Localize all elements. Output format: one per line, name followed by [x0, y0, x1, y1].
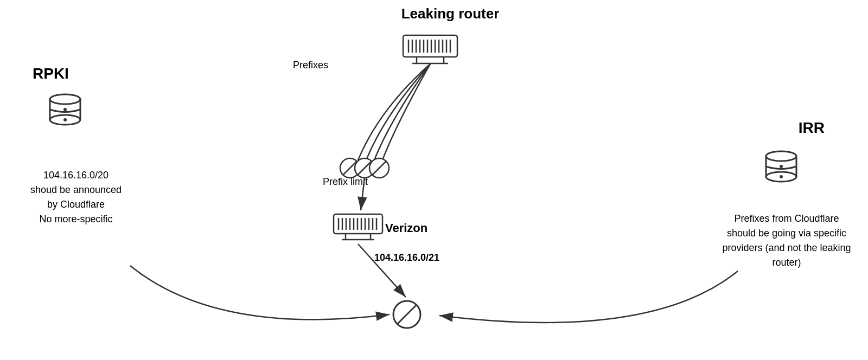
svg-point-49 [369, 158, 389, 178]
svg-point-43 [780, 175, 783, 178]
svg-point-45 [340, 158, 360, 178]
irr-description: Prefixes from Cloudflare should be going… [722, 211, 852, 270]
svg-point-39 [766, 151, 796, 161]
prefixes-label: Prefixes [293, 60, 328, 71]
diagram-container: RPKI 104.16.16.0/20 shoud be announced b… [0, 0, 868, 360]
rpki-label: RPKI [33, 65, 69, 82]
svg-line-38 [397, 305, 417, 324]
rpki-description: 104.16.16.0/20 shoud be announced by Clo… [16, 168, 136, 227]
svg-line-50 [372, 161, 386, 175]
leaking-router-icon [400, 30, 460, 70]
prefix-limit-label: Prefix limit [323, 176, 368, 188]
svg-point-0 [50, 94, 80, 104]
svg-point-4 [63, 118, 67, 121]
irr-label: IRR [799, 119, 825, 137]
rpki-database-icon [43, 89, 87, 135]
irr-database-icon [760, 146, 803, 192]
leaking-router-label: Leaking router [380, 5, 521, 22]
verizon-router-icon [331, 211, 385, 246]
svg-point-5 [63, 108, 67, 111]
block-circle-icon [391, 298, 423, 333]
prefix-announce-label: 104.16.16.0/21 [374, 252, 439, 263]
svg-rect-6 [403, 35, 457, 57]
svg-line-48 [358, 161, 372, 175]
verizon-label: Verizon [385, 221, 427, 235]
svg-line-46 [343, 161, 357, 175]
svg-point-44 [780, 165, 783, 168]
svg-point-47 [355, 158, 374, 178]
